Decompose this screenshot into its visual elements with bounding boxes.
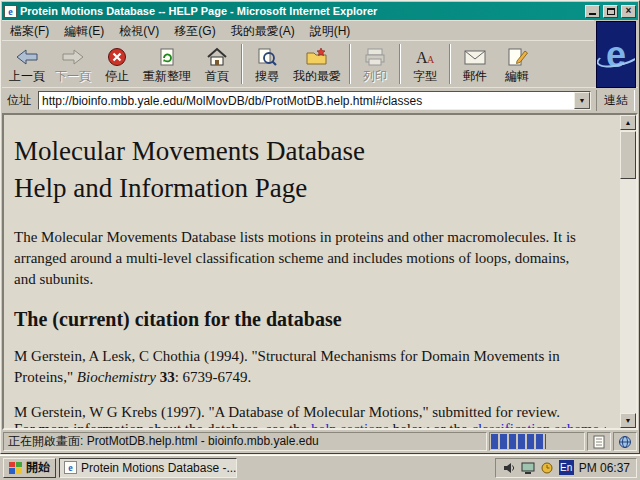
menu-edit[interactable]: 編輯(E) bbox=[64, 23, 104, 40]
scroll-down-icon: ▼ bbox=[625, 417, 632, 424]
scroll-down-button[interactable]: ▼ bbox=[620, 413, 636, 428]
search-label: 搜尋 bbox=[255, 68, 279, 85]
minimize-button[interactable] bbox=[585, 5, 600, 18]
system-tray: En PM 06:37 bbox=[495, 458, 637, 478]
edit-label: 編輯 bbox=[505, 68, 529, 85]
status-text: 正在開啟畫面: ProtMotDB.help.html - bioinfo.mb… bbox=[3, 432, 487, 451]
clock[interactable]: PM 06:37 bbox=[579, 461, 630, 475]
search-button[interactable]: 搜尋 bbox=[246, 42, 288, 86]
address-label: 位址 bbox=[5, 92, 33, 109]
ie-logo: e bbox=[596, 21, 636, 88]
address-field: ▼ bbox=[38, 91, 591, 110]
browser-viewport: Molecular Movements DatabaseHelp and Inf… bbox=[2, 113, 638, 430]
back-label: 上一頁 bbox=[9, 68, 45, 85]
task-button-label: Protein Motions Database -... bbox=[81, 461, 236, 475]
close-button[interactable]: × bbox=[621, 5, 636, 18]
menu-view[interactable]: 檢視(V) bbox=[119, 23, 159, 40]
stop-icon bbox=[106, 45, 128, 67]
window-title: Protein Motions Database -- HELP Page - … bbox=[20, 5, 582, 17]
toolbar-separator bbox=[399, 44, 401, 84]
menu-file[interactable]: 檔案(F) bbox=[10, 23, 49, 40]
mail-button[interactable]: 郵件 bbox=[454, 42, 496, 86]
clipped-text-line: For more information about the database,… bbox=[14, 420, 606, 428]
home-label: 首頁 bbox=[205, 68, 229, 85]
links-button[interactable]: 連結 bbox=[596, 90, 635, 111]
font-label: 字型 bbox=[413, 68, 437, 85]
address-input[interactable] bbox=[39, 92, 574, 109]
citation-heading: The (current) citation for the database bbox=[14, 306, 606, 332]
toolbar-separator bbox=[349, 44, 351, 84]
minimize-icon bbox=[589, 13, 596, 15]
vertical-scrollbar[interactable]: ▲ ▼ bbox=[620, 115, 636, 428]
globe-icon bbox=[618, 435, 632, 449]
svg-text:A: A bbox=[427, 54, 435, 65]
stop-button[interactable]: 停止 bbox=[96, 42, 138, 86]
maximize-button[interactable] bbox=[603, 5, 618, 18]
menu-go[interactable]: 移至(G) bbox=[174, 23, 215, 40]
volume-icon[interactable] bbox=[502, 461, 516, 475]
back-arrow-icon bbox=[15, 45, 39, 67]
toolbar-separator bbox=[241, 44, 243, 84]
scroll-up-icon: ▲ bbox=[625, 119, 632, 126]
close-icon: × bbox=[626, 6, 632, 16]
edit-button[interactable]: 編輯 bbox=[496, 42, 538, 86]
ie-e-icon: e bbox=[606, 37, 626, 73]
status-bar: 正在開啟畫面: ProtMotDB.help.html - bioinfo.mb… bbox=[2, 430, 638, 452]
windows-logo-icon bbox=[9, 462, 22, 474]
toolbar: 上一頁 下一頁 停止 重新整理 首頁 搜尋 bbox=[2, 40, 594, 87]
forward-button[interactable]: 下一頁 bbox=[50, 42, 96, 86]
progress-fill bbox=[491, 434, 546, 449]
home-button[interactable]: 首頁 bbox=[196, 42, 238, 86]
forward-label: 下一頁 bbox=[55, 68, 91, 85]
menu-help[interactable]: 說明(H) bbox=[310, 23, 351, 40]
refresh-label: 重新整理 bbox=[143, 68, 191, 85]
scrollbar-thumb[interactable] bbox=[620, 131, 636, 179]
print-icon bbox=[363, 45, 387, 67]
favorites-label: 我的最愛 bbox=[293, 68, 341, 85]
page-link[interactable]: classification scheme bbox=[471, 421, 599, 428]
print-button[interactable]: 列印 bbox=[354, 42, 396, 86]
mail-icon bbox=[463, 45, 487, 67]
font-icon: AA bbox=[413, 45, 437, 67]
browser-window: e Protein Motions Database -- HELP Page … bbox=[0, 0, 640, 454]
display-icon[interactable] bbox=[521, 461, 535, 475]
menu-favorites[interactable]: 我的最愛(A) bbox=[231, 23, 295, 40]
window-system-icon[interactable]: e bbox=[4, 5, 17, 18]
address-bar: 位址 ▼ 連結 bbox=[2, 87, 638, 113]
scrollbar-track[interactable] bbox=[620, 130, 636, 413]
links-label: 連結 bbox=[604, 92, 628, 109]
status-zone-pane bbox=[613, 432, 637, 451]
start-button[interactable]: 開始 bbox=[3, 458, 56, 478]
favorites-icon bbox=[305, 45, 329, 67]
taskbar: 開始 e Protein Motions Database -... En PM… bbox=[0, 454, 640, 480]
screen: e Protein Motions Database -- HELP Page … bbox=[0, 0, 640, 480]
intro-paragraph: The Molecular Movements Database lists m… bbox=[14, 227, 589, 290]
input-language-indicator[interactable]: En bbox=[559, 460, 574, 475]
journal-volume: 33 bbox=[160, 369, 175, 385]
stop-label: 停止 bbox=[105, 68, 129, 85]
address-dropdown-button[interactable]: ▼ bbox=[574, 92, 590, 109]
refresh-icon bbox=[155, 45, 179, 67]
font-button[interactable]: AA 字型 bbox=[404, 42, 446, 86]
menu-bar: 檔案(F) 編輯(E) 檢視(V) 移至(G) 我的最愛(A) 說明(H) bbox=[2, 20, 594, 40]
maximize-icon bbox=[607, 8, 615, 15]
refresh-button[interactable]: 重新整理 bbox=[138, 42, 196, 86]
task-button-ie[interactable]: e Protein Motions Database -... bbox=[59, 458, 237, 478]
journal-name: Biochemistry bbox=[77, 369, 156, 385]
page-link[interactable]: help sections bbox=[311, 421, 389, 428]
start-label: 開始 bbox=[26, 459, 50, 476]
scroll-up-button[interactable]: ▲ bbox=[620, 115, 636, 130]
mail-label: 郵件 bbox=[463, 68, 487, 85]
document-icon bbox=[593, 435, 605, 449]
chevron-down-icon: ▼ bbox=[579, 97, 586, 104]
page-title: Molecular Movements DatabaseHelp and Inf… bbox=[14, 133, 606, 207]
print-label: 列印 bbox=[363, 68, 387, 85]
progress-bar bbox=[489, 432, 585, 451]
scheduler-icon[interactable] bbox=[540, 461, 554, 475]
back-button[interactable]: 上一頁 bbox=[4, 42, 50, 86]
ie-task-icon: e bbox=[64, 461, 77, 474]
edit-icon bbox=[505, 45, 529, 67]
web-page: Molecular Movements DatabaseHelp and Inf… bbox=[4, 115, 620, 428]
favorites-button[interactable]: 我的最愛 bbox=[288, 42, 346, 86]
home-icon bbox=[205, 45, 229, 67]
